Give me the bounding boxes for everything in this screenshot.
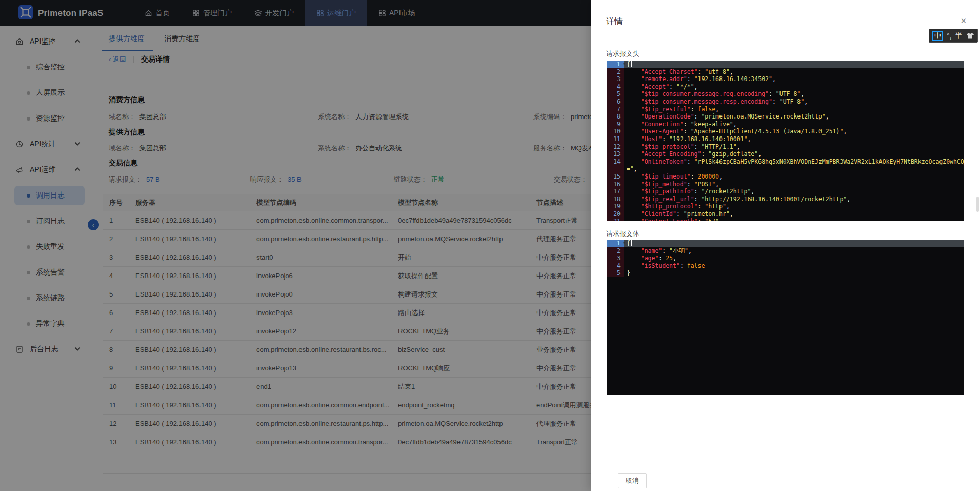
- code-line: 19 "$http_protocol": "http",: [607, 203, 964, 210]
- close-icon[interactable]: ✕: [960, 17, 967, 25]
- request-body-label: 请求报文体: [606, 229, 639, 239]
- code-line: 5}: [607, 269, 964, 277]
- code-line: 6 "$tip_consumer.message.resp.encoding":…: [607, 98, 964, 106]
- code-line: 2 "name": "小明",: [607, 247, 964, 255]
- code-line: 13 "Accept-Encoding": "gzip,deflate",: [607, 150, 964, 158]
- code-line: 17 "$tip_pathInfo": "/rocket2http",: [607, 188, 964, 195]
- fold-caret-icon[interactable]: ▾: [623, 240, 625, 247]
- fold-caret-icon[interactable]: ▾: [623, 61, 625, 68]
- code-line: 7 "$tip_restful": false,: [607, 106, 964, 113]
- code-line: 3 "remote.addr": "192.168.16.140:34502",: [607, 75, 964, 83]
- code-line: 2 "Accept-Charset": "utf-8",: [607, 68, 964, 76]
- code-line: 4 "isStudent": false: [607, 262, 964, 270]
- code-line: 21 "Content-Length": "57",: [607, 218, 964, 221]
- editor-scrollbar-thumb[interactable]: [976, 197, 979, 212]
- code-line: 9 "Connection": "keep-alive",: [607, 121, 964, 128]
- text-cursor: [631, 61, 632, 67]
- cancel-button[interactable]: 取消: [618, 473, 647, 488]
- code-line: 3 "age": 25,: [607, 254, 964, 262]
- drawer-title: 详情: [606, 16, 623, 27]
- code-line: 14 "OnlineToken": "rPlSk46zpCBaH5vPK68hq…: [607, 158, 964, 173]
- ime-status-bar: 中°,半: [929, 29, 978, 43]
- app-root: Primeton iPaaS 首页管理门户开发门户运维门户API市场 API监控…: [0, 0, 980, 491]
- code-line: 10 "User-Agent": "Apache-HttpClient/4.5.…: [607, 128, 964, 135]
- shirt-icon: [966, 32, 974, 40]
- ime-chinese-mode-indicator: 中: [932, 31, 943, 41]
- request-header-label: 请求报文头: [606, 49, 639, 58]
- code-line: 18 "$tip_real_url": "http://192.168.16.1…: [607, 195, 964, 203]
- code-line: 5 "$tip_consumer.message.req.encoding": …: [607, 90, 964, 98]
- code-line: 15 "$tip_timeout": 200000,: [607, 173, 964, 181]
- code-line: 1▾{: [607, 61, 964, 68]
- code-line: 8 "OperationCode": "primeton.oa.MQServic…: [607, 113, 964, 121]
- drawer-footer: 取消: [591, 468, 980, 491]
- code-line: 12 "$tip_protocol": "HTTP/1.1",: [607, 143, 964, 151]
- code-line: 20 "ClientId": "primeton.hr",: [607, 210, 964, 218]
- code-line: 4 "Accept": "*/*",: [607, 83, 964, 91]
- request-header-editor[interactable]: 1▾{2 "Accept-Charset": "utf-8",3 "remote…: [607, 61, 964, 221]
- code-line: 16 "$tip_method": "POST",: [607, 181, 964, 188]
- detail-drawer: 详情 ✕ 请求报文头 1▾{2 "Accept-Charset": "utf-8…: [591, 0, 980, 491]
- ime-item: 半: [955, 31, 963, 41]
- ime-item: °,: [947, 32, 952, 40]
- text-cursor: [631, 240, 632, 246]
- request-body-editor[interactable]: 1▾{2 "name": "小明",3 "age": 25,4 "isStude…: [607, 240, 964, 395]
- code-line: 1▾{: [607, 240, 964, 247]
- code-line: 11 "Host": "192.168.16.140:10001",: [607, 135, 964, 143]
